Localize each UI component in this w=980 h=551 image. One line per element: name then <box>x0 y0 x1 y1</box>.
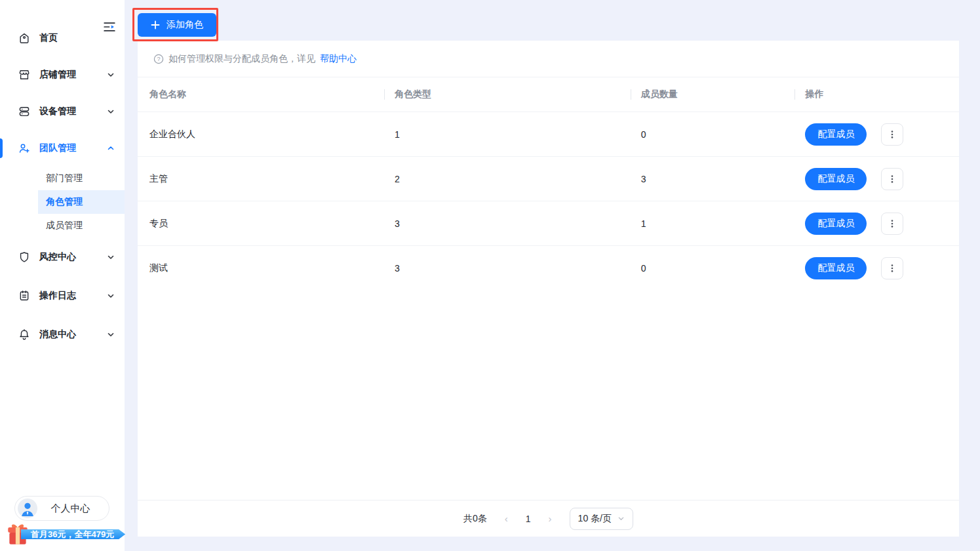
configure-members-button[interactable]: 配置成员 <box>805 257 867 279</box>
add-role-label: 添加角色 <box>167 19 203 31</box>
svg-text:?: ? <box>157 56 160 62</box>
column-header-role-type: 角色类型 <box>384 89 631 100</box>
member-count-cell: 3 <box>631 174 795 184</box>
sidebar-item-label: 操作日志 <box>39 290 76 302</box>
sidebar-item-label: 风控中心 <box>39 251 76 263</box>
sidebar-item-team[interactable]: 团队管理 <box>0 130 125 167</box>
sidebar-subitem-label: 角色管理 <box>46 196 83 208</box>
kebab-menu-button[interactable] <box>881 123 903 146</box>
page-size-select[interactable]: 10 条/页 <box>570 508 633 530</box>
table-row: 专员 3 1 配置成员 <box>138 201 959 245</box>
sidebar: 首页 店铺管理 设备管理 <box>0 0 125 551</box>
home-icon <box>18 31 31 45</box>
table-row: 企业合伙人 1 0 配置成员 <box>138 112 959 156</box>
sidebar-nav: 首页 店铺管理 设备管理 <box>0 0 125 354</box>
help-center-link[interactable]: 帮助中心 <box>320 53 357 65</box>
sidebar-subitem-departments[interactable]: 部门管理 <box>0 167 125 190</box>
role-name-cell: 专员 <box>138 218 384 230</box>
kebab-menu-button[interactable] <box>881 213 903 235</box>
actions-cell: 配置成员 <box>794 257 959 279</box>
role-type-cell: 2 <box>384 174 631 184</box>
sidebar-item-logs[interactable]: 操作日志 <box>0 276 125 315</box>
kebab-menu-icon <box>888 174 897 184</box>
sidebar-item-store[interactable]: 店铺管理 <box>0 56 125 93</box>
profile-button[interactable]: 个人中心 <box>14 496 109 521</box>
member-count-cell: 0 <box>631 129 795 140</box>
sidebar-item-label: 首页 <box>39 32 58 44</box>
kebab-menu-icon <box>888 219 897 228</box>
role-type-cell: 3 <box>384 218 631 229</box>
add-role-button[interactable]: 添加角色 <box>138 13 216 37</box>
log-icon <box>18 289 31 302</box>
column-header-actions: 操作 <box>794 89 959 100</box>
table-row: 主管 2 3 配置成员 <box>138 156 959 201</box>
team-submenu: 部门管理 角色管理 成员管理 <box>0 167 125 237</box>
chevron-down-icon <box>107 331 115 338</box>
help-text: 如何管理权限与分配成员角色，详见 <box>168 53 315 65</box>
bell-icon <box>18 328 31 341</box>
kebab-menu-icon <box>888 264 897 273</box>
chevron-down-icon <box>107 71 115 79</box>
chevron-down-icon <box>107 108 115 115</box>
pagination-current-page[interactable]: 1 <box>526 514 531 524</box>
device-icon <box>18 105 31 118</box>
chevron-right-icon[interactable]: › <box>549 513 552 524</box>
table-row: 测试 3 0 配置成员 <box>138 245 959 290</box>
shield-icon <box>18 251 31 264</box>
configure-members-button[interactable]: 配置成员 <box>805 168 867 190</box>
member-count-cell: 0 <box>631 263 795 274</box>
table-header: 角色名称 角色类型 成员数量 操作 <box>138 77 959 112</box>
avatar <box>18 499 37 518</box>
chevron-down-icon <box>617 515 625 522</box>
chevron-down-icon <box>107 253 115 261</box>
empty-space <box>138 290 959 500</box>
sidebar-item-label: 店铺管理 <box>39 69 76 81</box>
sidebar-subitem-label: 部门管理 <box>46 173 83 184</box>
configure-members-button[interactable]: 配置成员 <box>805 123 867 146</box>
chevron-left-icon[interactable]: ‹ <box>505 513 508 524</box>
sidebar-item-label: 消息中心 <box>39 329 76 340</box>
help-row: ? 如何管理权限与分配成员角色，详见 帮助中心 <box>138 41 959 77</box>
column-header-member-count: 成员数量 <box>631 89 795 100</box>
role-name-cell: 企业合伙人 <box>138 129 384 140</box>
configure-members-button[interactable]: 配置成员 <box>805 213 867 235</box>
content-card: ? 如何管理权限与分配成员角色，详见 帮助中心 角色名称 角色类型 成员数量 操… <box>138 41 959 537</box>
promo-text: 首月36元，全年479元 <box>21 529 125 539</box>
actions-cell: 配置成员 <box>794 213 959 235</box>
sidebar-item-risk[interactable]: 风控中心 <box>0 237 125 276</box>
sidebar-item-label: 设备管理 <box>39 106 76 117</box>
plus-icon <box>151 20 160 30</box>
chevron-down-icon <box>107 292 115 300</box>
sidebar-item-label: 团队管理 <box>39 142 76 154</box>
kebab-menu-icon <box>888 130 897 139</box>
chevron-up-icon <box>107 144 115 152</box>
role-type-cell: 1 <box>384 129 631 140</box>
question-circle-icon: ? <box>153 54 164 64</box>
role-type-cell: 3 <box>384 263 631 274</box>
sidebar-item-home[interactable]: 首页 <box>0 20 125 56</box>
role-name-cell: 主管 <box>138 173 384 185</box>
sidebar-subitem-members[interactable]: 成员管理 <box>0 214 125 237</box>
pagination: 共0条 ‹ 1 › 10 条/页 <box>138 500 959 537</box>
page-size-value: 10 条/页 <box>578 513 612 525</box>
profile-label: 个人中心 <box>37 502 109 515</box>
sidebar-item-messages[interactable]: 消息中心 <box>0 315 125 354</box>
role-name-cell: 测试 <box>138 262 384 274</box>
member-count-cell: 1 <box>631 218 795 229</box>
kebab-menu-button[interactable] <box>881 257 903 279</box>
sidebar-subitem-roles[interactable]: 角色管理 <box>38 190 125 214</box>
store-icon <box>18 68 31 81</box>
team-icon <box>18 142 31 155</box>
kebab-menu-button[interactable] <box>881 168 903 190</box>
promo-banner[interactable]: 首月36元，全年479元 <box>7 525 125 543</box>
actions-cell: 配置成员 <box>794 168 959 190</box>
column-header-role-name: 角色名称 <box>138 89 384 100</box>
actions-cell: 配置成员 <box>794 123 959 146</box>
pagination-total: 共0条 <box>463 513 487 525</box>
sidebar-item-devices[interactable]: 设备管理 <box>0 93 125 130</box>
sidebar-subitem-label: 成员管理 <box>46 220 83 232</box>
